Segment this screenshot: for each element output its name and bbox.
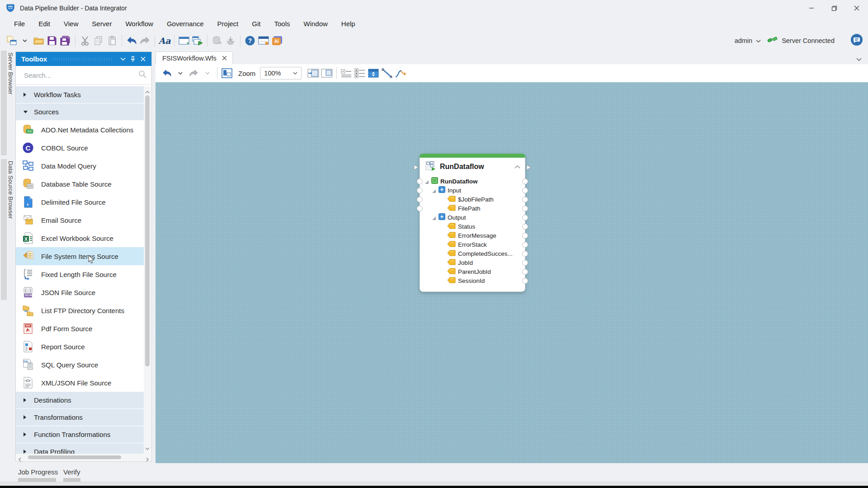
import-button-disabled[interactable] xyxy=(224,34,237,47)
expanded-node-icon[interactable] xyxy=(432,188,436,192)
node-port[interactable] xyxy=(522,233,528,239)
menu-workflow[interactable]: Workflow xyxy=(118,17,160,30)
close-button[interactable] xyxy=(845,0,868,16)
tree-row-sessionid[interactable]: SessionId xyxy=(420,276,525,285)
node-input-arrow-icon[interactable] xyxy=(414,164,419,172)
category-sources[interactable]: Sources xyxy=(16,103,144,120)
scrollbar-thumb[interactable] xyxy=(145,95,150,366)
menu-git[interactable]: Git xyxy=(245,17,267,30)
node-port[interactable] xyxy=(417,188,423,193)
undo-button[interactable] xyxy=(125,34,138,47)
category-data-profiling[interactable]: Data Profiling xyxy=(16,443,144,454)
toolbox-search-input[interactable] xyxy=(23,71,138,80)
node-port[interactable] xyxy=(522,178,528,184)
node-port[interactable] xyxy=(522,224,528,230)
toolbox-item-json-file-source[interactable]: {:}JSON JSON File Source xyxy=(16,283,144,301)
toolbox-item-email-source[interactable]: Email Source xyxy=(16,211,144,229)
new-dropdown-chevron-icon[interactable] xyxy=(19,34,31,47)
curved-link-button[interactable] xyxy=(394,66,407,80)
expand-all-button[interactable] xyxy=(354,66,366,80)
tab-job-progress[interactable]: Job Progress xyxy=(18,468,58,476)
toolbox-item-cobol-source[interactable]: C COBOL Source xyxy=(16,139,144,157)
deploy-database-button-disabled[interactable] xyxy=(211,34,223,47)
scroll-left-icon[interactable] xyxy=(18,455,22,464)
minimize-button[interactable] xyxy=(800,0,823,16)
menu-file[interactable]: File xyxy=(7,17,32,30)
tree-row-jobfilepath[interactable]: $JobFilePath xyxy=(420,195,525,204)
tree-row-jobid[interactable]: JobId xyxy=(420,258,525,267)
tree-row-parentjobid[interactable]: ParentJobId xyxy=(420,267,525,276)
redo-button[interactable] xyxy=(139,34,151,47)
category-workflow-tasks[interactable]: Workflow Tasks xyxy=(16,86,144,103)
save-button[interactable] xyxy=(46,34,58,47)
menu-window[interactable]: Window xyxy=(297,17,334,30)
scrollbar-thumb[interactable] xyxy=(28,455,121,459)
menu-server[interactable]: Server xyxy=(85,17,118,30)
copy-button[interactable] xyxy=(92,34,105,47)
scroll-up-icon[interactable] xyxy=(145,88,150,96)
node-port[interactable] xyxy=(522,251,528,257)
ai-assistant-button[interactable]: AI xyxy=(271,34,283,47)
toolbox-horizontal-scrollbar[interactable] xyxy=(16,454,151,461)
menu-edit[interactable]: Edit xyxy=(32,17,57,30)
node-port[interactable] xyxy=(522,215,528,221)
designer-undo-button[interactable] xyxy=(160,66,173,80)
tree-row-status[interactable]: Status xyxy=(420,222,525,231)
node-port[interactable] xyxy=(522,242,528,248)
toolbox-drag-handle[interactable] xyxy=(52,57,113,61)
feedback-chat-icon[interactable] xyxy=(850,33,863,48)
run-preview-button[interactable] xyxy=(191,34,204,47)
toolbox-window-chevron-icon[interactable] xyxy=(118,54,128,64)
tree-row-errormessage[interactable]: ErrorMessage xyxy=(420,231,525,240)
tab-list-chevron-icon[interactable] xyxy=(856,55,862,63)
toolbox-item-xml-json-file-source[interactable]: <> XML/JSON File Source xyxy=(16,374,144,392)
collapse-all-button[interactable] xyxy=(340,66,353,80)
schedule-button[interactable] xyxy=(257,34,270,47)
tab-fsisworkflow[interactable]: FSISWorkflow.Wfs xyxy=(156,52,233,65)
node-output-arrow-icon[interactable] xyxy=(526,164,531,172)
save-all-button[interactable] xyxy=(59,34,72,47)
menu-tools[interactable]: Tools xyxy=(267,17,297,30)
tree-row-errorstack[interactable]: ErrorStack xyxy=(420,240,525,249)
paste-button[interactable] xyxy=(106,34,118,47)
auto-size-button[interactable] xyxy=(367,66,380,80)
expanded-node-icon[interactable] xyxy=(425,179,429,183)
toolbox-item-sql-query-source[interactable]: SQL SQL Query Source xyxy=(16,356,144,374)
fit-to-window-button[interactable] xyxy=(221,66,233,80)
tree-row-completedsuccessfully[interactable]: CompletedSucces... xyxy=(420,249,525,258)
node-port[interactable] xyxy=(522,269,528,275)
node-port[interactable] xyxy=(522,206,528,211)
toolbox-pin-icon[interactable] xyxy=(128,54,138,64)
tree-row-filepath[interactable]: FilePath xyxy=(420,204,525,213)
tree-row-output[interactable]: Output xyxy=(420,213,525,222)
help-button[interactable]: ? xyxy=(244,34,256,47)
node-port[interactable] xyxy=(522,188,528,193)
toolbox-vertical-scrollbar[interactable] xyxy=(144,86,151,454)
toolbox-item-file-system-items-source[interactable]: File System Items Source xyxy=(16,247,144,265)
sidebar-tab-server-browser[interactable]: Server Browser xyxy=(1,51,14,155)
node-collapse-chevron-icon[interactable] xyxy=(514,163,520,171)
toolbox-item-delimited-file-source[interactable]: , Delimited File Source xyxy=(16,193,144,211)
toolbox-item-pdf-form-source[interactable]: PDF Pdf Form Source xyxy=(16,319,144,338)
toolbox-item-data-model-query[interactable]: Data Model Query xyxy=(16,157,144,175)
toolbox-item-ado-net-metadata-collections[interactable]: <> ADO.Net Metadata Collections xyxy=(16,121,144,139)
node-header[interactable]: RunDataflow xyxy=(420,158,525,176)
rundataflow-node[interactable]: RunDataflow RunDataflow Input $JobFilePa… xyxy=(420,154,525,292)
expanded-node-icon[interactable] xyxy=(432,215,436,220)
node-port[interactable] xyxy=(522,197,528,202)
toolbox-item-database-table-source[interactable]: Database Table Source xyxy=(16,175,144,193)
cut-button[interactable] xyxy=(79,34,91,47)
menu-help[interactable]: Help xyxy=(335,17,362,30)
designer-redo-button[interactable] xyxy=(188,66,200,80)
new-window-button[interactable] xyxy=(178,34,190,47)
tree-row-input[interactable]: Input xyxy=(420,186,525,195)
user-menu[interactable]: admin xyxy=(735,37,753,44)
show-left-panel-button[interactable] xyxy=(307,66,320,80)
category-destinations[interactable]: Destinations xyxy=(16,392,144,408)
scroll-right-icon[interactable] xyxy=(146,455,149,464)
menu-governance[interactable]: Governance xyxy=(160,17,211,30)
zoom-select[interactable]: 100% xyxy=(260,67,302,80)
tab-close-icon[interactable] xyxy=(222,54,227,62)
designer-redo-chevron-icon[interactable] xyxy=(201,66,214,80)
toolbox-header[interactable]: Toolbox xyxy=(16,52,151,66)
